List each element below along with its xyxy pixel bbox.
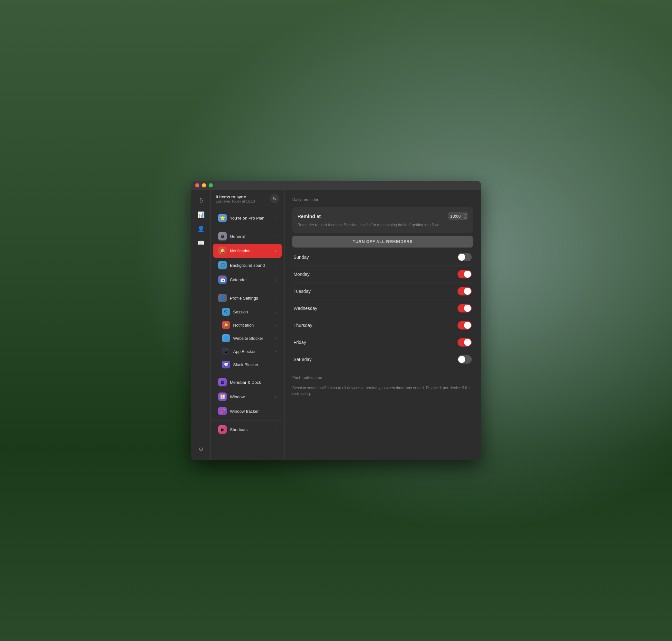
wednesday-toggle-knob <box>464 305 471 312</box>
notification-sub-menu-item[interactable]: 🔔 Notification » <box>213 318 282 331</box>
profile-settings-icon: 👤 <box>218 294 227 302</box>
window-tracker-menu-item[interactable]: 📌 Window tracker › <box>213 404 282 418</box>
sunday-toggle[interactable] <box>458 253 472 261</box>
website-blocker-chevron: » <box>274 337 277 340</box>
slack-blocker-menu-item[interactable]: 💬 Slack Blocker › <box>213 358 282 371</box>
session-sub-chevron: » <box>274 310 277 314</box>
remind-at-row: Remind at ▲ ▼ <box>297 212 468 220</box>
notification-chevron: › <box>275 249 277 253</box>
window-icon: 🪟 <box>218 393 227 401</box>
slack-blocker-icon: 💬 <box>222 361 230 368</box>
push-notification-section: Push notification Session sends notifica… <box>292 376 473 397</box>
notification-icon: 🔔 <box>218 247 227 255</box>
remind-at-card: Remind at ▲ ▼ Reminder to start focus on… <box>292 207 473 233</box>
calendar-icon: 📅 <box>218 275 227 284</box>
book-nav-button[interactable]: 📖 <box>195 237 207 249</box>
shortcuts-label: Shortcuts <box>230 427 272 432</box>
calendar-menu-item[interactable]: 📅 Calendar › <box>213 273 282 287</box>
push-notification-description: Session sends notification to all device… <box>292 385 473 397</box>
monday-toggle[interactable] <box>458 270 472 278</box>
friday-label: Friday <box>294 340 306 345</box>
general-menu-item[interactable]: ⚙ General › <box>213 229 282 243</box>
slack-blocker-label: Slack Blocker <box>233 362 272 367</box>
notification-menu-item[interactable]: 🔔 Notification › <box>213 244 282 258</box>
sunday-label: Sunday <box>294 255 309 260</box>
sync-refresh-button[interactable]: ↻ <box>270 194 279 203</box>
chart-nav-button[interactable]: 📊 <box>195 209 207 220</box>
shortcuts-menu-item[interactable]: ▶ Shortcuts › <box>213 422 282 437</box>
wednesday-toggle[interactable] <box>458 304 472 312</box>
divider-1 <box>211 227 284 227</box>
title-bar <box>191 181 481 190</box>
sync-title: 0 items to sync <box>216 194 255 199</box>
background-sound-menu-item[interactable]: 🎵 Background sound › <box>213 258 282 272</box>
time-decrement-button[interactable]: ▼ <box>463 216 468 220</box>
sync-subtitle: Last sync Today at 15:10 <box>216 199 255 203</box>
sync-header: 0 items to sync Last sync Today at 15:10… <box>211 190 284 208</box>
menu-section: ⭐ You're on Pro Plan › ⚙ General › 🔔 Not… <box>211 208 284 439</box>
window-chevron: › <box>275 395 277 399</box>
monday-row: Monday <box>292 266 473 283</box>
background-sound-label: Background sound <box>230 263 272 268</box>
thursday-toggle[interactable] <box>458 321 472 329</box>
monday-label: Monday <box>294 272 310 277</box>
background-sound-chevron: › <box>275 263 277 267</box>
person-nav-button[interactable]: 👤 <box>195 223 207 235</box>
menubar-dock-icon: 🖥 <box>218 378 227 386</box>
app-window: ⏱ 📊 👤 📖 ⚙ 0 items to sync Last sync Toda… <box>191 181 481 460</box>
tuesday-toggle[interactable] <box>458 287 472 296</box>
time-spinners: ▲ ▼ <box>463 212 468 220</box>
calendar-label: Calendar <box>230 277 272 282</box>
menubar-dock-label: Menubar & Dock <box>230 380 272 385</box>
close-button[interactable] <box>195 183 199 187</box>
wednesday-label: Wednesday <box>294 306 317 311</box>
remind-at-title: Remind at <box>297 214 321 219</box>
divider-2 <box>211 289 284 289</box>
middle-panel: 0 items to sync Last sync Today at 15:10… <box>211 190 284 460</box>
maximize-button[interactable] <box>209 183 213 187</box>
general-label: General <box>230 234 272 239</box>
daily-reminder-section-title: Daily reminder <box>292 197 473 202</box>
window-tracker-chevron: › <box>275 409 277 413</box>
thursday-row: Thursday <box>292 317 473 334</box>
saturday-row: Saturday <box>292 351 473 368</box>
profile-settings-menu-item[interactable]: 👤 Profile Settings › <box>213 291 282 305</box>
session-sub-icon: ⏱ <box>222 308 230 316</box>
window-menu-item[interactable]: 🪟 Window › <box>213 390 282 404</box>
friday-toggle-knob <box>464 339 471 346</box>
push-notification-title: Push notification <box>292 376 473 380</box>
website-blocker-menu-item[interactable]: 🌐 Website Blocker » <box>213 332 282 345</box>
clock-nav-button[interactable]: ⏱ <box>195 195 207 206</box>
window-label: Window <box>230 394 272 399</box>
divider-4 <box>211 420 284 421</box>
session-sub-menu-item[interactable]: ⏱ Session » <box>213 305 282 318</box>
time-input-group[interactable]: ▲ ▼ <box>448 212 468 220</box>
general-chevron: › <box>275 234 277 238</box>
notification-sub-chevron: » <box>274 323 277 327</box>
profile-settings-chevron: › <box>275 296 277 300</box>
friday-toggle[interactable] <box>458 338 472 346</box>
time-increment-button[interactable]: ▲ <box>463 212 468 216</box>
shortcuts-chevron: › <box>275 427 277 432</box>
notification-sub-icon: 🔔 <box>222 321 230 329</box>
remind-at-description: Reminder to start focus on Session. Usef… <box>297 222 468 228</box>
wednesday-row: Wednesday <box>292 300 473 317</box>
turn-off-reminders-button[interactable]: TURN OFF ALL REMINDERS <box>292 236 473 247</box>
minimize-button[interactable] <box>202 183 206 187</box>
sunday-toggle-knob <box>458 254 465 261</box>
time-input[interactable] <box>448 213 463 220</box>
pro-plan-chevron: › <box>275 216 277 220</box>
menubar-dock-menu-item[interactable]: 🖥 Menubar & Dock › <box>213 375 282 389</box>
shortcuts-icon: ▶ <box>218 425 227 434</box>
gear-nav-button[interactable]: ⚙ <box>195 444 207 455</box>
notification-label: Notification <box>230 248 272 253</box>
right-panel: Daily reminder Remind at ▲ ▼ Reminder to… <box>284 190 481 460</box>
profile-settings-label: Profile Settings <box>230 296 272 301</box>
app-blocker-menu-item[interactable]: 📱 App Blocker » <box>213 345 282 358</box>
pro-plan-menu-item[interactable]: ⭐ You're on Pro Plan › <box>213 211 282 225</box>
tuesday-label: Tuesday <box>294 289 311 294</box>
friday-row: Friday <box>292 334 473 351</box>
general-icon: ⚙ <box>218 232 227 241</box>
saturday-toggle[interactable] <box>458 355 472 364</box>
app-blocker-icon: 📱 <box>222 347 230 355</box>
